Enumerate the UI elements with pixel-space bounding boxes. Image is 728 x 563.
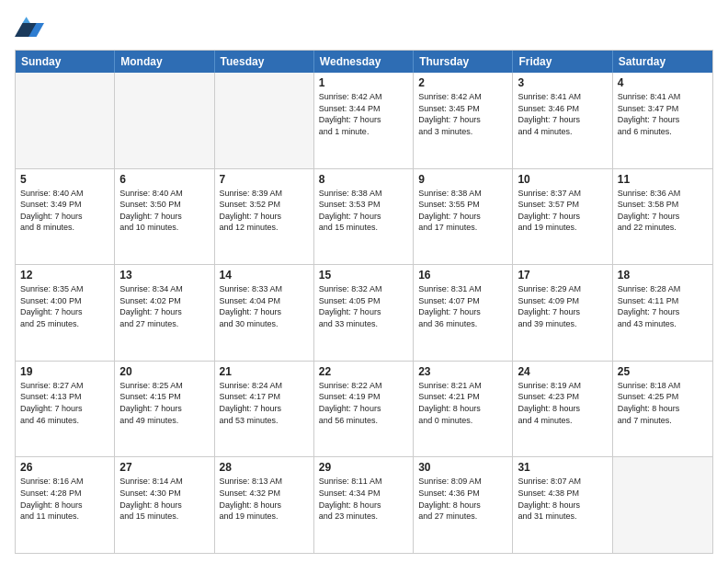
cell-text: Sunrise: 8:18 AM Sunset: 4:25 PM Dayligh… [618, 380, 708, 426]
cell-text: Sunrise: 8:41 AM Sunset: 3:46 PM Dayligh… [518, 91, 607, 137]
day-number: 24 [518, 365, 607, 378]
day-number: 11 [618, 173, 708, 186]
cell-text: Sunrise: 8:38 AM Sunset: 3:53 PM Dayligh… [319, 188, 408, 234]
calendar-cell: 12Sunrise: 8:35 AM Sunset: 4:00 PM Dayli… [16, 265, 115, 361]
calendar-cell: 27Sunrise: 8:14 AM Sunset: 4:30 PM Dayli… [115, 457, 214, 553]
day-number: 28 [220, 461, 309, 474]
header [15, 15, 713, 40]
day-number: 30 [418, 461, 507, 474]
calendar-cell: 21Sunrise: 8:24 AM Sunset: 4:17 PM Dayli… [215, 362, 314, 457]
day-number: 19 [20, 365, 109, 378]
calendar-cell: 9Sunrise: 8:38 AM Sunset: 3:55 PM Daylig… [414, 169, 513, 265]
calendar-cell [215, 73, 314, 168]
calendar-row: 26Sunrise: 8:16 AM Sunset: 4:28 PM Dayli… [16, 456, 712, 553]
cell-text: Sunrise: 8:40 AM Sunset: 3:49 PM Dayligh… [20, 188, 109, 234]
day-number: 27 [119, 461, 209, 474]
cell-text: Sunrise: 8:42 AM Sunset: 3:44 PM Dayligh… [319, 91, 408, 137]
calendar-cell: 26Sunrise: 8:16 AM Sunset: 4:28 PM Dayli… [16, 457, 115, 553]
calendar-cell: 28Sunrise: 8:13 AM Sunset: 4:32 PM Dayli… [215, 457, 314, 553]
calendar-row: 19Sunrise: 8:27 AM Sunset: 4:13 PM Dayli… [16, 361, 712, 457]
calendar-cell: 20Sunrise: 8:25 AM Sunset: 4:15 PM Dayli… [115, 362, 214, 457]
calendar-cell: 14Sunrise: 8:33 AM Sunset: 4:04 PM Dayli… [215, 265, 314, 361]
day-number: 25 [618, 365, 708, 378]
day-number: 12 [20, 269, 109, 282]
calendar-cell: 6Sunrise: 8:40 AM Sunset: 3:50 PM Daylig… [115, 169, 214, 265]
day-number: 6 [119, 173, 209, 186]
calendar-cell: 7Sunrise: 8:39 AM Sunset: 3:52 PM Daylig… [215, 169, 314, 265]
calendar-cell: 31Sunrise: 8:07 AM Sunset: 4:38 PM Dayli… [513, 457, 612, 553]
calendar: SundayMondayTuesdayWednesdayThursdayFrid… [15, 50, 713, 554]
calendar-cell: 13Sunrise: 8:34 AM Sunset: 4:02 PM Dayli… [115, 265, 214, 361]
logo [15, 15, 48, 40]
cell-text: Sunrise: 8:21 AM Sunset: 4:21 PM Dayligh… [418, 380, 507, 426]
day-number: 13 [119, 269, 209, 282]
calendar-cell: 4Sunrise: 8:41 AM Sunset: 3:47 PM Daylig… [613, 73, 712, 168]
calendar-row: 12Sunrise: 8:35 AM Sunset: 4:00 PM Dayli… [16, 264, 712, 361]
page: SundayMondayTuesdayWednesdayThursdayFrid… [0, 0, 728, 563]
cell-text: Sunrise: 8:11 AM Sunset: 4:34 PM Dayligh… [319, 476, 408, 522]
calendar-cell: 15Sunrise: 8:32 AM Sunset: 4:05 PM Dayli… [314, 265, 414, 361]
day-number: 7 [220, 173, 309, 186]
cell-text: Sunrise: 8:28 AM Sunset: 4:11 PM Dayligh… [618, 283, 708, 329]
day-number: 16 [418, 269, 507, 282]
calendar-cell: 5Sunrise: 8:40 AM Sunset: 3:49 PM Daylig… [16, 169, 115, 265]
weekday-header: Wednesday [314, 51, 414, 73]
weekday-header: Monday [115, 51, 214, 73]
cell-text: Sunrise: 8:31 AM Sunset: 4:07 PM Dayligh… [418, 283, 507, 329]
weekday-header: Tuesday [215, 51, 314, 73]
cell-text: Sunrise: 8:38 AM Sunset: 3:55 PM Dayligh… [418, 188, 507, 234]
day-number: 2 [418, 76, 507, 89]
day-number: 23 [418, 365, 507, 378]
calendar-header: SundayMondayTuesdayWednesdayThursdayFrid… [16, 51, 712, 73]
cell-text: Sunrise: 8:29 AM Sunset: 4:09 PM Dayligh… [518, 283, 607, 329]
day-number: 3 [518, 76, 607, 89]
day-number: 21 [220, 365, 309, 378]
cell-text: Sunrise: 8:32 AM Sunset: 4:05 PM Dayligh… [319, 283, 408, 329]
cell-text: Sunrise: 8:22 AM Sunset: 4:19 PM Dayligh… [319, 380, 408, 426]
calendar-cell: 17Sunrise: 8:29 AM Sunset: 4:09 PM Dayli… [513, 265, 612, 361]
day-number: 20 [119, 365, 209, 378]
cell-text: Sunrise: 8:41 AM Sunset: 3:47 PM Dayligh… [618, 91, 708, 137]
calendar-cell: 30Sunrise: 8:09 AM Sunset: 4:36 PM Dayli… [414, 457, 513, 553]
cell-text: Sunrise: 8:19 AM Sunset: 4:23 PM Dayligh… [518, 380, 607, 426]
calendar-row: 1Sunrise: 8:42 AM Sunset: 3:44 PM Daylig… [16, 73, 712, 168]
calendar-cell: 29Sunrise: 8:11 AM Sunset: 4:34 PM Dayli… [314, 457, 414, 553]
calendar-cell: 1Sunrise: 8:42 AM Sunset: 3:44 PM Daylig… [314, 73, 414, 168]
cell-text: Sunrise: 8:33 AM Sunset: 4:04 PM Dayligh… [220, 283, 309, 329]
cell-text: Sunrise: 8:07 AM Sunset: 4:38 PM Dayligh… [518, 476, 607, 522]
calendar-cell: 24Sunrise: 8:19 AM Sunset: 4:23 PM Dayli… [513, 362, 612, 457]
cell-text: Sunrise: 8:39 AM Sunset: 3:52 PM Dayligh… [220, 188, 309, 234]
day-number: 8 [319, 173, 408, 186]
calendar-cell: 2Sunrise: 8:42 AM Sunset: 3:45 PM Daylig… [414, 73, 513, 168]
cell-text: Sunrise: 8:35 AM Sunset: 4:00 PM Dayligh… [20, 283, 109, 329]
cell-text: Sunrise: 8:25 AM Sunset: 4:15 PM Dayligh… [119, 380, 209, 426]
day-number: 26 [20, 461, 109, 474]
cell-text: Sunrise: 8:27 AM Sunset: 4:13 PM Dayligh… [20, 380, 109, 426]
calendar-cell: 23Sunrise: 8:21 AM Sunset: 4:21 PM Dayli… [414, 362, 513, 457]
calendar-cell: 10Sunrise: 8:37 AM Sunset: 3:57 PM Dayli… [513, 169, 612, 265]
cell-text: Sunrise: 8:42 AM Sunset: 3:45 PM Dayligh… [418, 91, 507, 137]
logo-icon [15, 15, 44, 40]
weekday-header: Thursday [414, 51, 513, 73]
weekday-header: Friday [513, 51, 612, 73]
calendar-cell [115, 73, 214, 168]
day-number: 1 [319, 76, 408, 89]
cell-text: Sunrise: 8:14 AM Sunset: 4:30 PM Dayligh… [119, 476, 209, 522]
cell-text: Sunrise: 8:40 AM Sunset: 3:50 PM Dayligh… [119, 188, 209, 234]
day-number: 17 [518, 269, 607, 282]
day-number: 15 [319, 269, 408, 282]
day-number: 5 [20, 173, 109, 186]
cell-text: Sunrise: 8:09 AM Sunset: 4:36 PM Dayligh… [418, 476, 507, 522]
weekday-header: Saturday [613, 51, 712, 73]
calendar-body: 1Sunrise: 8:42 AM Sunset: 3:44 PM Daylig… [16, 73, 712, 553]
calendar-cell: 19Sunrise: 8:27 AM Sunset: 4:13 PM Dayli… [16, 362, 115, 457]
calendar-cell: 25Sunrise: 8:18 AM Sunset: 4:25 PM Dayli… [613, 362, 712, 457]
day-number: 31 [518, 461, 607, 474]
day-number: 22 [319, 365, 408, 378]
cell-text: Sunrise: 8:36 AM Sunset: 3:58 PM Dayligh… [618, 188, 708, 234]
svg-marker-2 [22, 17, 29, 23]
calendar-cell: 16Sunrise: 8:31 AM Sunset: 4:07 PM Dayli… [414, 265, 513, 361]
day-number: 18 [618, 269, 708, 282]
cell-text: Sunrise: 8:16 AM Sunset: 4:28 PM Dayligh… [20, 476, 109, 522]
day-number: 10 [518, 173, 607, 186]
